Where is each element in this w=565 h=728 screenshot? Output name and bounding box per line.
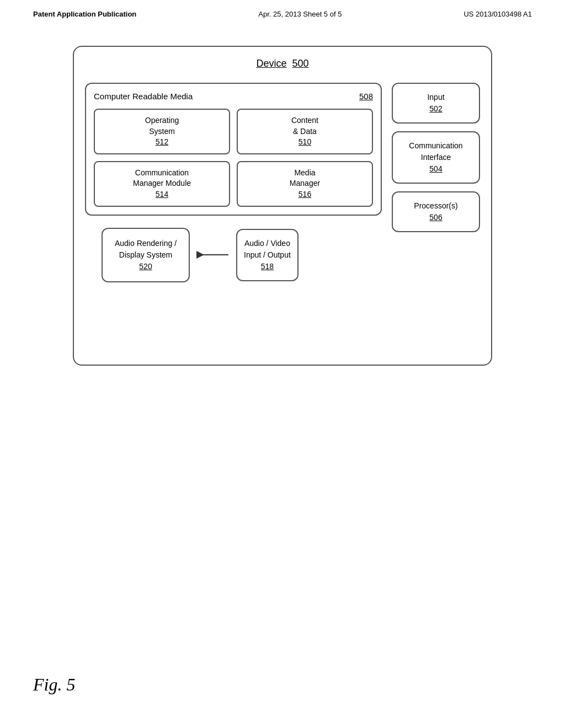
processor-box: Processor(s)506 <box>392 191 480 232</box>
audio-num: 520 <box>114 261 178 272</box>
bottom-row: Audio Rendering /Display System520 <box>85 228 382 282</box>
device-label: Device 500 <box>85 58 480 69</box>
av-box: Audio / VideoInput / Output518 <box>236 229 299 281</box>
media-mgr-num: 516 <box>244 189 365 200</box>
processor-num: 506 <box>399 212 472 223</box>
diagram-area: Device 500 Computer Readable Media 508 O… <box>0 24 565 388</box>
content-num: 510 <box>244 137 365 148</box>
os-num: 512 <box>102 137 222 148</box>
crm-cell-content: Content& Data510 <box>237 109 373 154</box>
crm-cell-os: OperatingSystem512 <box>94 109 230 154</box>
crm-cell-comm-mgr: CommunicationManager Module514 <box>94 161 230 207</box>
input-num: 502 <box>399 103 472 115</box>
page-header: Patent Application Publication Apr. 25, … <box>0 0 565 24</box>
crm-label-row: Computer Readable Media 508 <box>94 92 373 101</box>
crm-cell-media-mgr: MediaManager516 <box>237 161 373 207</box>
crm-title: Computer Readable Media <box>94 92 193 101</box>
comm-mgr-num: 514 <box>102 189 222 200</box>
device-title: Device <box>256 58 286 69</box>
header-left: Patent Application Publication <box>33 10 136 18</box>
audio-rendering-box: Audio Rendering /Display System520 <box>102 228 190 282</box>
comm-interface-box: CommunicationInterface504 <box>392 131 480 184</box>
header-center: Apr. 25, 2013 Sheet 5 of 5 <box>258 10 342 18</box>
left-column: Computer Readable Media 508 OperatingSys… <box>85 83 382 282</box>
fig-label: Fig. 5 <box>33 675 75 695</box>
device-num: 500 <box>292 58 309 69</box>
right-column: Input502 CommunicationInterface504 Proce… <box>392 83 480 282</box>
device-inner: Computer Readable Media 508 OperatingSys… <box>85 83 480 282</box>
input-box: Input502 <box>392 83 480 124</box>
crm-num: 508 <box>359 92 373 101</box>
comm-interface-num: 504 <box>399 163 472 175</box>
arrow-left-icon <box>196 248 230 261</box>
device-box: Device 500 Computer Readable Media 508 O… <box>73 46 492 366</box>
crm-box: Computer Readable Media 508 OperatingSys… <box>85 83 382 216</box>
header-right: US 2013/0103498 A1 <box>463 10 532 18</box>
crm-grid: OperatingSystem512 Content& Data510 Comm… <box>94 109 373 207</box>
av-num: 518 <box>244 261 291 272</box>
